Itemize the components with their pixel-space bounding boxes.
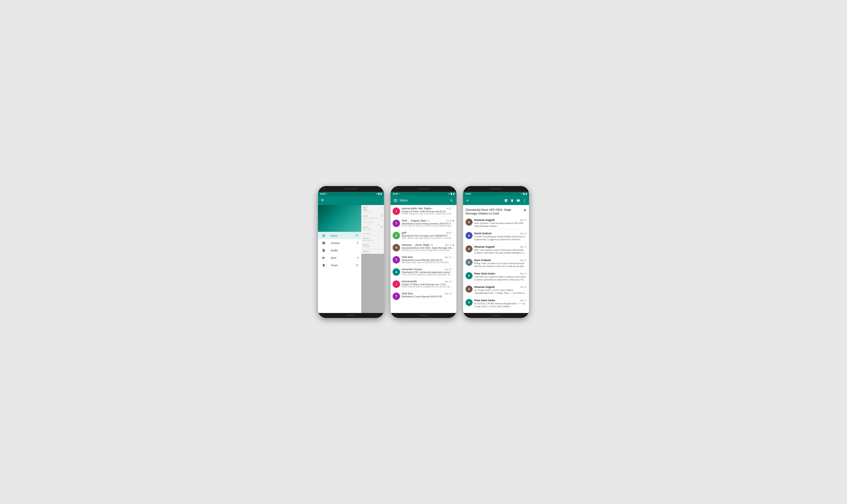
svg-point-1 [524, 200, 525, 201]
status-bar-left-3: 19:40 P [465, 193, 472, 195]
message-content: Peter Saint-Andre Mar 13 On 3/13/19 11:4… [474, 299, 526, 308]
carrier-icon-3: P [471, 193, 472, 195]
message-date: Mar 13 [520, 232, 526, 235]
message-item[interactable]: H Ненахов Андрей Mar 13 ср, 13 мар. 2019… [463, 284, 529, 297]
sidebar-item-sent[interactable]: Sent 4 [318, 254, 361, 262]
mail-button[interactable] [516, 198, 521, 203]
snippet-star-1: ☆ [381, 206, 382, 208]
phone-top-frame-3 [463, 186, 529, 192]
email-detail-subject-text: [Standards] Move XEP-0353: Jingle Messag… [466, 208, 523, 215]
email-subject: [Standards] Council Minutes 2019-03-20 [402, 259, 454, 261]
back-button[interactable] [465, 198, 470, 203]
email-date: Mar 20 [445, 268, 451, 271]
email-header-row: Tedd ..., Evgeny, Dave 5 16:28 ★ [402, 219, 454, 222]
sent-count: 4 [357, 256, 358, 259]
archive-label: Archive [327, 241, 357, 245]
email-subject: [Jmap] I-D Action: draft-ietf-jmap-mdn-0… [402, 210, 454, 213]
star-icon[interactable]: ☆ [452, 280, 454, 283]
message-item[interactable]: P Peter Saint-Andre Mar 13 I can help, b… [463, 270, 529, 284]
star-icon[interactable]: ☆ [452, 256, 454, 258]
phone-1: 19:39 P ▾▾ ▊ ▓ 🔍 [318, 186, 384, 318]
message-content: Dave Cridland Mar 13 Philipp, Peter, Do … [474, 259, 526, 268]
search-icon-1[interactable]: 🔍 [320, 198, 326, 203]
star-icon[interactable]: ☆ [452, 231, 454, 234]
sidebar-item-inbox[interactable]: Inbox 27 [318, 232, 361, 239]
message-item[interactable]: D Daniel Gultsch Mar 13 To draft?! If an… [463, 230, 529, 244]
signal-icon-2: ▊ [451, 193, 452, 195]
avatar: P [466, 299, 472, 306]
list-item[interactable]: T Tedd Sterr Mar 21 ☆ [Standards] Counci… [391, 254, 456, 266]
email-date: 18:21 [446, 208, 451, 210]
list-item[interactable]: I internet-drafts, Neil, Raphael 3 18:21… [391, 205, 456, 217]
phone-bottom-bar-3 [463, 313, 529, 318]
search-button-2[interactable] [449, 198, 454, 203]
email-header-row: Alexander Gnauck Mar 20 ☆ [402, 268, 454, 271]
delete-button[interactable] [509, 198, 515, 203]
camera-3 [469, 188, 470, 190]
phone-bottom-bar-2 [391, 313, 456, 318]
avatar: H [466, 286, 472, 293]
message-sender-name: Peter Saint-Andre [474, 299, 495, 302]
home-button-1[interactable] [347, 315, 355, 316]
sidebar-item-trash[interactable]: Trash 11 [318, 262, 361, 269]
list-item[interactable]: I internet-drafts Mar 20 ☆ [Jmap] I-D Ac… [391, 278, 456, 290]
message-item[interactable]: H Ненахов Андрей Mar 13 Well, I was writ… [463, 244, 529, 257]
email-subject: [Standards] Move XEP-0353: Jingle Messag… [402, 247, 454, 249]
message-date: Mar 13 [520, 219, 526, 221]
snippet-star-4: ★ [381, 226, 382, 228]
status-bar-left-1: 19:39 P [320, 193, 327, 195]
wifi-icon-1: ▾▾ [376, 193, 378, 195]
avatar: H [393, 244, 400, 251]
email-meta: 16:28 ★ [446, 219, 454, 222]
phone-screen-2: 19:39 P ▾▾ ▊ ▓ Inbox I [391, 192, 456, 313]
star-icon[interactable]: ★ [452, 244, 454, 247]
star-icon[interactable]: ☆ [452, 268, 454, 271]
message-text: To draft?! If anything we should probabl… [474, 235, 526, 241]
avatar: T [393, 220, 400, 227]
list-item[interactable]: T Tedd Sterr Mar 19 ☆ [Standards] Counci… [391, 290, 456, 302]
email-meta: Mar 19 ☆ [445, 292, 454, 295]
snippet-date-2: 16:28 [363, 215, 368, 217]
detail-app-bar [463, 196, 529, 205]
list-item[interactable]: A Alexander Gnauck Mar 20 ☆ [Standards] … [391, 266, 456, 278]
star-icon[interactable]: ☆ [452, 292, 454, 295]
avatar: G [393, 232, 400, 239]
sidebar-item-drafts[interactable]: Drafts [318, 247, 361, 254]
email-date: Mar 19 [445, 293, 451, 295]
snippet-date-4: Mar 21 [363, 226, 369, 228]
list-item[interactable]: T Tedd ..., Evgeny, Dave 5 16:28 ★ [Stan… [391, 217, 456, 229]
avatar: D [466, 259, 472, 266]
message-text: Hello, everyone. Could we please advance… [474, 222, 526, 228]
message-item[interactable]: P Peter Saint-Andre Mar 13 On 3/13/19 11… [463, 297, 529, 310]
svg-point-2 [524, 201, 525, 202]
email-preview: On Fri, Mar 22, 2019 at 2:18 PM, Dave Cr… [402, 225, 454, 227]
message-sender-row: Peter Saint-Andre Mar 13 [474, 299, 526, 302]
sidebar-item-archive[interactable]: Archive 9 [318, 239, 361, 247]
message-item[interactable]: H Ненахов Андрей Mar 13 Hello, everyone.… [463, 217, 529, 230]
more-options-button[interactable] [522, 198, 527, 203]
detail-star-icon[interactable]: ★ [523, 208, 526, 213]
status-time-2: 19:39 [393, 193, 398, 195]
camera-2 [396, 188, 398, 190]
star-icon[interactable]: ★ [452, 219, 454, 222]
drawer-header-image [318, 205, 361, 232]
home-button-3[interactable] [492, 315, 500, 316]
home-button-2[interactable] [419, 315, 428, 316]
signal-icon-1: ▊ [378, 193, 380, 195]
archive-button[interactable] [503, 198, 509, 203]
email-sender: Tedd Sterr [402, 292, 413, 295]
status-time-1: 19:39 [320, 193, 325, 195]
email-meta: 18:21 ☆ [446, 207, 454, 210]
star-icon[interactable]: ☆ [452, 207, 454, 210]
list-item[interactable]: G goffi 08:45 ☆ [Standards] Files encryp… [391, 229, 456, 241]
status-bar-left-2: 19:39 P [393, 193, 400, 195]
email-preview: Actually, we've found some things that c… [402, 249, 454, 251]
message-content: Ненахов Андрей Mar 13 ср, 13 мар. 2019 г… [474, 286, 526, 295]
battery-icon-2: ▓ [453, 193, 454, 195]
message-item[interactable]: D Dave Cridland Mar 13 Philipp, Peter, D… [463, 257, 529, 270]
hamburger-menu-button[interactable] [393, 198, 398, 203]
list-item[interactable]: H Ненахов ..., Kevin, Ralph 21 Mar 21 ★ … [391, 241, 456, 254]
email-body: internet-drafts Mar 20 ☆ [Jmap] I-D Acti… [402, 280, 454, 288]
message-sender-row: Peter Saint-Andre Mar 13 [474, 272, 526, 275]
sent-label: Sent [327, 256, 357, 259]
